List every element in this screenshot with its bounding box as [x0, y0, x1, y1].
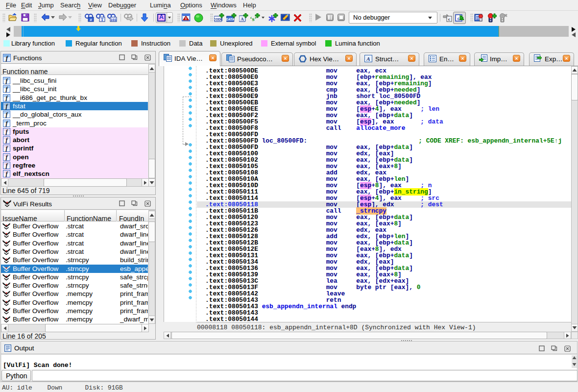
svg-text:A: A [241, 17, 244, 22]
svg-text:#: # [90, 18, 92, 22]
svg-text:101: 101 [110, 18, 117, 22]
svg-text:DATA: DATA [226, 18, 235, 21]
svg-text:CODE: CODE [214, 18, 223, 21]
svg-text:A: A [366, 56, 370, 62]
svg-text:T: T [100, 17, 103, 22]
svg-text:c: c [458, 16, 460, 21]
svg-text:c: c [448, 17, 450, 22]
